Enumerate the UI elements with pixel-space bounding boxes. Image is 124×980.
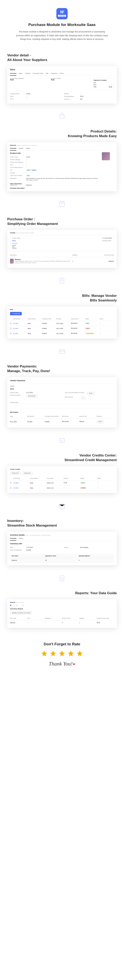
svg-rect-9 (59, 351, 65, 352)
product-heading: Product Details: Knowing Products Made E… (7, 129, 117, 138)
reports-screenshot: Reports Home • Reports Inventory Report … (7, 599, 117, 628)
credits-icon (0, 436, 124, 445)
po-screenshot: PO#002 Home • Purchase Order • PO#002 Ve… (7, 230, 117, 268)
page-title: Purchase Module for Worksuite Saas (6, 22, 118, 27)
inventory-screenshot: Inventory Details Home • Purchase Invent… (7, 531, 117, 565)
svg-rect-5 (60, 115, 64, 118)
rating-stars[interactable] (6, 650, 118, 658)
payments-screenshot: Vendor Payments Vendor Neha Payment Date… (7, 377, 117, 428)
bills-screenshot: Bills + Create Bill Bill NumberVendor Na… (7, 307, 117, 339)
svg-rect-10 (60, 438, 64, 442)
po-item-thumb (10, 259, 14, 264)
reports-icon (0, 574, 124, 583)
vendor-tabs[interactable]: OverviewNotesContactsPurchase OrdersBill… (10, 73, 114, 76)
table-row: BL-0001NehaPO#00102-11-2023₹54,009.00Par… (10, 331, 114, 336)
report-tabs[interactable] (10, 605, 114, 606)
inventory-heading: Inventory: Streamline Stock Management (7, 519, 117, 528)
svg-rect-6 (60, 202, 64, 207)
thanks-text: Thank You!❤ (6, 661, 118, 667)
svg-text:W: W (60, 10, 64, 14)
svg-text:PURCHASE: PURCHASE (59, 15, 65, 16)
bills-icon (0, 276, 124, 286)
product-thumb (102, 152, 110, 160)
reports-heading: Reports: Your Data Guide (7, 591, 117, 596)
vendor-heading: Vendor detail - All About Your Suppliers (7, 53, 117, 62)
product-screenshot: Macbook Home • Manage Products • Macbook… (7, 142, 117, 191)
credits-heading: Vendor Credits Center: Streamlined Credi… (7, 453, 117, 463)
po-heading: Purchase Order : Simplifying Order Manag… (7, 217, 117, 226)
product-icon (0, 112, 124, 122)
inventory-icon (0, 501, 124, 511)
table-row: BL-0003NehaPO#00208-11-2023₹54,250.00Pai… (10, 321, 114, 326)
pay-card: Payment To Vendor Date-- Bill #-- Total₹… (92, 78, 114, 90)
bills-heading: Bills: Manage Vendor Bills Seamlessly (7, 294, 117, 303)
payments-icon (0, 347, 124, 356)
order-icon (0, 200, 124, 209)
table-row: BL-0002NehaPO#00208-11-2023₹54,000.00Ope… (10, 326, 114, 331)
page-desc: Purchase module is designed to streamlin… (16, 30, 108, 41)
svg-rect-7 (60, 278, 64, 283)
vendor-name: Neha (10, 68, 114, 71)
vendor-screenshot: Neha OverviewNotesContactsPurchase Order… (7, 66, 117, 103)
credits-screenshot: Vendor Credits Vendor All ▾Status All ▾ … (7, 466, 117, 493)
svg-text:SAAS: SAAS (61, 18, 64, 19)
rate-heading: Don't Forget to Rate (6, 642, 118, 646)
payments-heading: Vendor Payments: Manage, Track, Pay, Don… (7, 364, 117, 374)
purchase-logo: WPURCHASESAAS (56, 8, 68, 19)
create-bill-button[interactable]: + Create Bill (10, 312, 22, 315)
